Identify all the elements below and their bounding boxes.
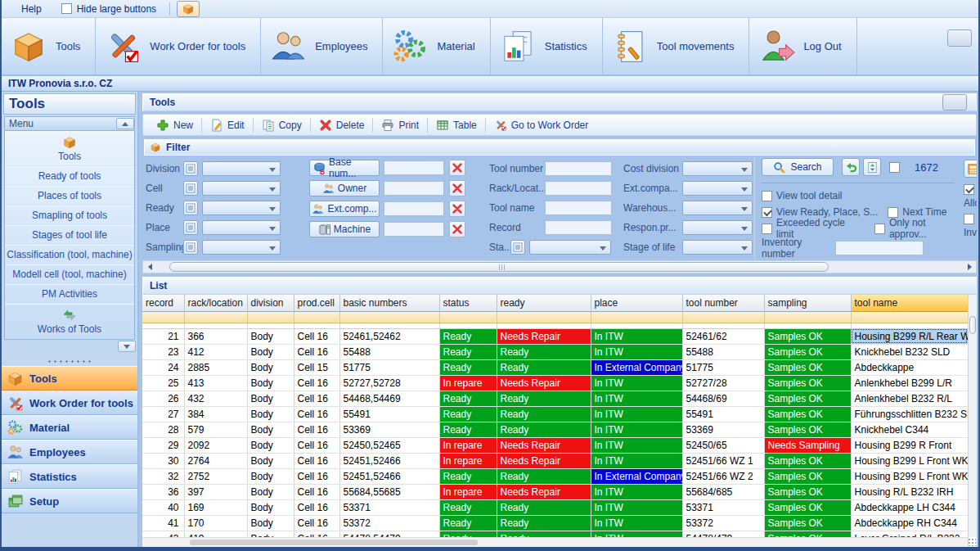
filter-cell[interactable] (764, 311, 851, 323)
cell-basic-numbers[interactable]: 54468,54469 (339, 391, 439, 406)
sidebar-item-smapling-of-tools[interactable]: Smapling of tools (5, 205, 134, 225)
cell-tool-name[interactable]: Housing B299 L Front WKZ (851, 453, 968, 468)
cell-status[interactable]: Ready (439, 468, 497, 484)
sort-button[interactable] (863, 158, 881, 176)
nav-item-employees[interactable]: Employees (2, 440, 137, 464)
table-row[interactable]: 36397BodyCell 1655684,55685In repareNeed… (142, 484, 968, 499)
record-input[interactable] (545, 220, 612, 235)
action-button-new[interactable]: New (148, 116, 201, 133)
sidebar-item-ready-of-tools[interactable]: Ready of tools (5, 166, 134, 186)
cell-record[interactable]: 30 (142, 453, 184, 468)
owner-input[interactable] (384, 181, 444, 196)
filter-option-exceeded-cycle-limit[interactable]: Exceeded cycle limit (762, 223, 865, 234)
help-menu[interactable]: Help (10, 2, 48, 16)
cell-record[interactable]: 32 (142, 468, 184, 484)
sidebar-item-places-of-tools[interactable]: Places of tools (5, 186, 134, 205)
machine-input[interactable] (384, 222, 444, 237)
base-num-clear-button[interactable] (449, 160, 465, 176)
sidebar-item-classification-tool-machine[interactable]: Classification (tool, machine) (5, 245, 134, 264)
cell-ready[interactable]: Needs Repair (497, 328, 591, 344)
cell-status[interactable]: In repare (439, 437, 497, 453)
cell-tool-number[interactable]: 52727/28 (682, 375, 764, 391)
cell-place[interactable]: In ITW (591, 484, 682, 499)
cell-tool-number[interactable]: 52451/66 WZ 2 (682, 468, 764, 484)
cell-division[interactable]: Body (247, 328, 294, 344)
table-horizontal-scrollbar[interactable] (142, 537, 968, 547)
cell-record[interactable]: 23 (142, 344, 184, 359)
cell-tool-name[interactable]: Housing B299 R/L Rear Wh (851, 328, 968, 344)
cell-division[interactable]: Body (247, 406, 294, 422)
column-header-tool-name[interactable]: tool name (851, 295, 968, 311)
list-lookup-button-cell[interactable] (183, 181, 198, 196)
cell-prod-cell[interactable]: Cell 16 (294, 422, 339, 437)
cell-basic-numbers[interactable]: 55684,55685 (339, 484, 439, 499)
rack-locat-input[interactable] (545, 181, 612, 196)
cell-basic-numbers[interactable]: 53372 (339, 515, 439, 531)
sidebar-item-tools[interactable]: Tools (5, 131, 134, 166)
action-button-edit[interactable]: Edit (202, 116, 253, 133)
cell-tool-name[interactable]: Anlenkhebel B232 R/L (851, 391, 968, 406)
ready-combobox[interactable] (202, 201, 281, 215)
ext-comp-clear-button[interactable] (449, 201, 465, 217)
action-button-delete[interactable]: Delete (311, 116, 373, 133)
cell-sampling[interactable]: Samples OK (764, 344, 851, 359)
base-num-button[interactable]: BBase num... (309, 160, 380, 176)
table-row[interactable]: 242885BodyCell 1551775ReadyReadyIn Exter… (142, 359, 968, 375)
cell-rack-location[interactable]: 384 (184, 406, 247, 422)
cell-prod-cell[interactable]: Cell 16 (294, 515, 339, 531)
cell-prod-cell[interactable]: Cell 16 (294, 499, 339, 515)
place-combobox[interactable] (202, 220, 281, 235)
table-row[interactable]: 40169BodyCell 1653371ReadyReadyIn ITW533… (142, 499, 968, 515)
table-filter-row[interactable] (142, 311, 968, 323)
cell-sampling[interactable]: Samples OK (764, 406, 851, 422)
cell-rack-location[interactable]: 2092 (184, 437, 247, 453)
cell-record[interactable]: 29 (142, 437, 184, 453)
cell-prod-cell[interactable]: Cell 16 (294, 453, 339, 468)
column-header-place[interactable]: place (591, 295, 682, 311)
cell-tool-name[interactable]: Knickhebel C344 (851, 422, 968, 437)
filter-scrollbar-thumb[interactable] (169, 262, 829, 272)
cell-basic-numbers[interactable]: 53371 (339, 499, 439, 515)
cell-tool-number[interactable]: 52450/65 (682, 437, 764, 453)
action-button-go-to-work-order[interactable]: Go to Work Order (486, 116, 596, 133)
sampling-combobox[interactable] (202, 240, 281, 255)
vscroll-thumb[interactable] (969, 316, 976, 334)
sidebar-item-stages-of-tool-life[interactable]: Stages of tool life (5, 225, 134, 245)
cell-place[interactable]: In ITW (591, 344, 682, 359)
cell-sampling[interactable]: Samples OK (764, 484, 851, 499)
list-lookup-button-sampling[interactable] (183, 240, 198, 255)
cell-tool-name[interactable]: Knickhebel B232 SLD (851, 344, 968, 359)
cell-place[interactable]: In ITW (591, 328, 682, 344)
cell-tool-name[interactable]: Anlenkhebel B299 L/R (851, 375, 968, 391)
cell-tool-number[interactable]: 55684/685 (682, 484, 764, 499)
table-row[interactable]: 41170BodyCell 1653372ReadyReadyIn ITW533… (142, 515, 968, 531)
cell-prod-cell[interactable]: Cell 16 (294, 406, 339, 422)
list-lookup-button-ready[interactable] (183, 201, 198, 215)
allocation-calc-button[interactable] (964, 160, 977, 178)
cell-tool-number[interactable]: 55488 (682, 344, 764, 359)
cell-status[interactable]: Ready (439, 359, 497, 375)
cell-ready[interactable]: Ready (497, 499, 591, 515)
action-button-table[interactable]: Table (428, 116, 485, 133)
cell-record[interactable]: 24 (142, 359, 184, 375)
cell-prod-cell[interactable]: Cell 16 (294, 328, 339, 344)
cell-sampling[interactable]: Needs Sampling (764, 437, 851, 453)
filter-cell[interactable] (142, 311, 184, 323)
column-header-record[interactable]: record (142, 295, 184, 311)
cell-division[interactable]: Body (247, 484, 294, 499)
cell-tool-name[interactable]: Abdeckkappe LH C344 (851, 499, 968, 515)
hide-large-buttons-option[interactable]: Hide large buttons (55, 2, 163, 16)
cell-prod-cell[interactable]: Cell 16 (294, 484, 339, 499)
division-combobox[interactable] (202, 161, 281, 176)
actionbar-corner-button[interactable] (942, 94, 967, 111)
cell-rack-location[interactable]: 2752 (184, 468, 247, 484)
base-num-input[interactable] (384, 160, 444, 175)
cell-rack-location[interactable]: 579 (184, 422, 247, 437)
filter-option-next-time[interactable]: Next Time (888, 206, 946, 218)
filter-cell[interactable] (339, 311, 439, 323)
cell-sampling[interactable]: Samples OK (764, 468, 851, 484)
nav-item-statistics[interactable]: Statistics (2, 464, 137, 489)
cell-division[interactable]: Body (247, 375, 294, 391)
column-header-basic-numbers[interactable]: basic numbers (339, 295, 439, 311)
cell-tool-name[interactable]: Housing B299 R Front (851, 437, 968, 453)
